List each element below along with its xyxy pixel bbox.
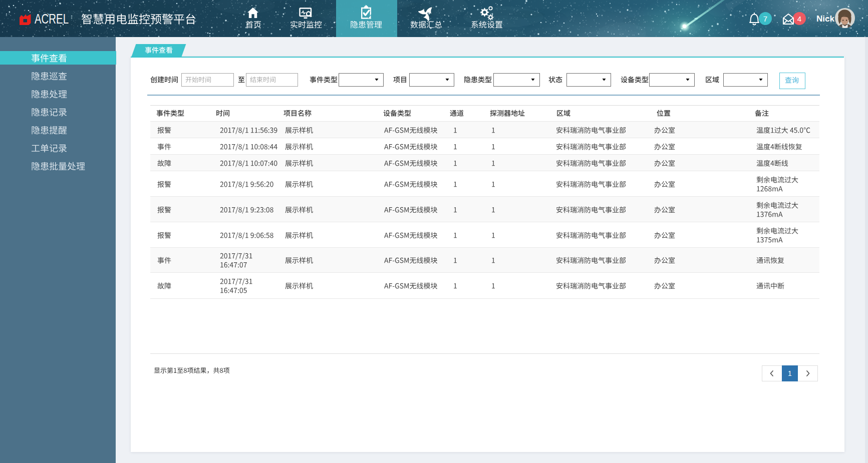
svg-text:7: 7 xyxy=(763,15,767,23)
svg-text:ACREL: ACREL xyxy=(35,11,69,27)
svg-text:4: 4 xyxy=(797,15,801,23)
svg-text:1: 1 xyxy=(788,369,792,377)
svg-text:Nick: Nick xyxy=(816,14,834,24)
